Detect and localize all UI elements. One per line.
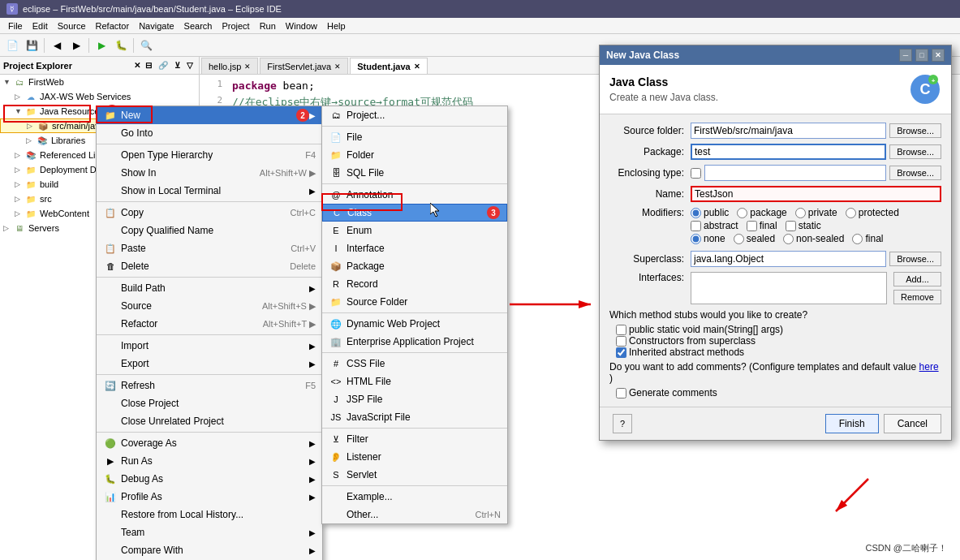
- sub-class[interactable]: C Class 3: [322, 204, 507, 222]
- mod-nonsealed-radio[interactable]: [783, 234, 794, 244]
- sub-enterprise-app[interactable]: 🏢 Enterprise Application Project: [322, 333, 507, 351]
- tree-firstweb[interactable]: ▼ 🗂 FirstWeb: [0, 75, 199, 89]
- mod-static-cb[interactable]: [786, 221, 796, 231]
- menu-project[interactable]: Project: [217, 18, 254, 33]
- mod-protected-label[interactable]: protected: [846, 207, 899, 218]
- menu-help[interactable]: Help: [322, 18, 351, 33]
- interfaces-remove-btn[interactable]: Remove: [893, 290, 941, 304]
- stub-inherited-cb[interactable]: [616, 347, 626, 358]
- ctx-debug-as[interactable]: 🐛 Debug As ▶: [97, 470, 322, 488]
- mod-final2-radio[interactable]: [852, 234, 863, 244]
- superclass-browse-btn[interactable]: Browse...: [889, 252, 941, 266]
- ctx-show-local[interactable]: Show in Local Terminal ▶: [97, 182, 322, 200]
- stub-constructors-label[interactable]: Constructors from superclass: [616, 335, 941, 347]
- sub-record[interactable]: R Record: [322, 275, 507, 293]
- link-editor-icon[interactable]: 🔗: [156, 60, 170, 71]
- ctx-refresh[interactable]: 🔄 Refresh F5: [97, 377, 322, 394]
- collapse-all-icon[interactable]: ⊟: [143, 60, 154, 71]
- mod-final2-label[interactable]: final: [852, 233, 883, 244]
- tab-student-close[interactable]: ✕: [414, 62, 420, 71]
- stub-constructors-cb[interactable]: [616, 336, 626, 347]
- enclosing-type-input[interactable]: [704, 165, 886, 181]
- toolbar-back[interactable]: ◀: [48, 37, 66, 54]
- ctx-run-as[interactable]: ▶ Run As ▶: [97, 452, 322, 470]
- tab-firstservlet[interactable]: FirstServlet.java ✕: [260, 58, 348, 74]
- stub-inherited-label[interactable]: Inherited abstract methods: [616, 347, 941, 358]
- sub-project[interactable]: 🗂 Project...: [322, 106, 507, 124]
- sub-dynamic-web[interactable]: 🌐 Dynamic Web Project: [322, 315, 507, 333]
- sub-enum[interactable]: E Enum: [322, 222, 507, 239]
- mod-private-label[interactable]: private: [795, 207, 837, 218]
- dialog-finish-btn[interactable]: Finish: [825, 414, 879, 433]
- toolbar-fwd[interactable]: ▶: [67, 37, 85, 54]
- ctx-new[interactable]: 📁 New 2 ▶: [97, 106, 322, 124]
- ctx-source[interactable]: Source Alt+Shift+S ▶: [97, 297, 322, 315]
- mod-nonsealed-label[interactable]: non-sealed: [783, 233, 844, 244]
- package-browse-btn[interactable]: Browse...: [889, 144, 941, 159]
- menu-navigate[interactable]: Navigate: [134, 18, 179, 33]
- sub-annotation[interactable]: @ Annotation: [322, 186, 507, 204]
- interfaces-list[interactable]: [691, 272, 887, 304]
- sub-filter[interactable]: ⊻ Filter: [322, 430, 507, 448]
- dialog-maximize-btn[interactable]: □: [915, 49, 928, 62]
- sub-servlet[interactable]: S Servlet: [322, 466, 507, 484]
- interfaces-add-btn[interactable]: Add...: [893, 272, 941, 286]
- sub-interface[interactable]: I Interface: [322, 239, 507, 257]
- ctx-close-project[interactable]: Close Project: [97, 394, 322, 412]
- sub-html[interactable]: <> HTML File: [322, 373, 507, 390]
- tab-student[interactable]: Student.java ✕: [350, 58, 427, 74]
- ctx-coverage[interactable]: 🟢 Coverage As ▶: [97, 434, 322, 452]
- sub-listener[interactable]: 👂 Listener: [322, 448, 507, 466]
- mod-public-radio[interactable]: [691, 208, 701, 218]
- ctx-compare[interactable]: Compare With ▶: [97, 541, 322, 559]
- mod-package-label[interactable]: package: [737, 207, 786, 218]
- mod-sealed-label[interactable]: sealed: [734, 233, 775, 244]
- mod-final-cb[interactable]: [747, 221, 757, 231]
- mod-static-label[interactable]: static: [786, 220, 821, 231]
- stub-main-cb[interactable]: [616, 325, 626, 335]
- package-input[interactable]: [691, 144, 886, 160]
- ctx-goto[interactable]: Go Into: [97, 124, 322, 142]
- mod-sealed-radio[interactable]: [734, 234, 744, 244]
- mod-abstract-cb[interactable]: [691, 221, 701, 231]
- ctx-type-hierarchy[interactable]: Open Type Hierarchy F4: [97, 146, 322, 164]
- ctx-show-in[interactable]: Show In Alt+Shift+W ▶: [97, 164, 322, 182]
- mod-none-label[interactable]: none: [691, 233, 725, 244]
- enclosing-browse-btn[interactable]: Browse...: [889, 166, 941, 180]
- ctx-build-path[interactable]: Build Path ▶: [97, 279, 322, 297]
- toolbar-search[interactable]: 🔍: [137, 37, 155, 54]
- source-folder-input[interactable]: [691, 123, 886, 139]
- toolbar-save[interactable]: 💾: [23, 37, 41, 54]
- menu-edit[interactable]: Edit: [28, 18, 53, 33]
- comments-link[interactable]: here: [919, 361, 939, 373]
- toolbar-run[interactable]: ▶: [93, 37, 110, 54]
- sub-css[interactable]: # CSS File: [322, 355, 507, 373]
- mod-public-label[interactable]: public: [691, 207, 729, 218]
- ctx-profile-as[interactable]: 📊 Profile As ▶: [97, 488, 322, 506]
- sub-source-folder[interactable]: 📁 Source Folder: [322, 293, 507, 311]
- mod-private-radio[interactable]: [795, 208, 806, 218]
- sub-sql[interactable]: 🗄 SQL File: [322, 164, 507, 182]
- mod-abstract-label[interactable]: abstract: [691, 220, 738, 231]
- sub-file[interactable]: 📄 File: [322, 128, 507, 146]
- ctx-copy-qualified[interactable]: Copy Qualified Name: [97, 222, 322, 239]
- ctx-copy[interactable]: 📋 Copy Ctrl+C: [97, 204, 322, 222]
- dialog-close-btn[interactable]: ✕: [932, 49, 945, 62]
- menu-source[interactable]: Source: [53, 18, 91, 33]
- sub-package[interactable]: 📦 Package: [322, 257, 507, 275]
- tab-hello-jsp[interactable]: hello.jsp ✕: [201, 58, 258, 74]
- sub-example[interactable]: Example...: [322, 488, 507, 506]
- menu-refactor[interactable]: Refactor: [91, 18, 135, 33]
- menu-file[interactable]: File: [3, 18, 28, 33]
- view-menu-icon[interactable]: ▽: [184, 60, 196, 71]
- toolbar-new[interactable]: 📄: [3, 37, 21, 54]
- filter-icon[interactable]: ⊻: [172, 60, 183, 71]
- generate-comments-cb[interactable]: [616, 388, 626, 398]
- mod-final-label[interactable]: final: [747, 220, 777, 231]
- name-input[interactable]: [691, 186, 941, 202]
- stub-main-label[interactable]: public static void main(String[] args): [616, 324, 941, 335]
- dialog-minimize-btn[interactable]: ─: [899, 49, 912, 62]
- menu-run[interactable]: Run: [255, 18, 281, 33]
- generate-comments-label[interactable]: Generate comments: [616, 387, 941, 398]
- ctx-delete[interactable]: 🗑 Delete Delete: [97, 257, 322, 275]
